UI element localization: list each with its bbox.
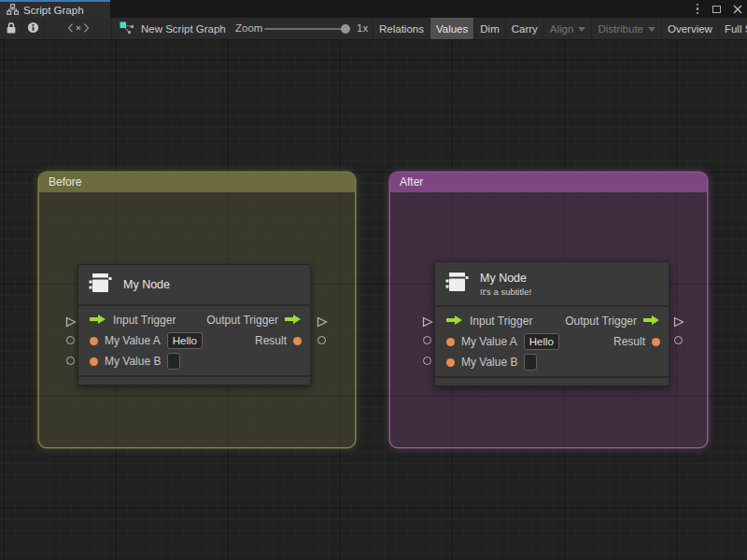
value-b-port-icon[interactable]	[90, 357, 98, 366]
relations-label: Relations	[379, 23, 424, 35]
value-a-input[interactable]: Hello	[524, 333, 559, 350]
zoom-value: 1x	[357, 18, 368, 39]
info-icon	[27, 21, 39, 35]
output-trigger-label: Output Trigger	[565, 315, 637, 328]
node-subtitle: It's a subtitle!	[480, 287, 531, 297]
values-label: Values	[436, 23, 468, 35]
script-graph-icon	[120, 21, 134, 36]
ext-output-trigger-port[interactable]	[673, 315, 684, 331]
value-b-label: My Value B	[105, 355, 161, 368]
ext-value-b-port[interactable]	[66, 357, 75, 365]
port-row-trigger: Input Trigger Output Trigger	[78, 310, 310, 330]
input-trigger-arrow-icon[interactable]	[90, 314, 106, 328]
value-b-port-icon[interactable]	[446, 358, 455, 367]
toolbar-button-overview[interactable]: Overview	[661, 18, 718, 39]
toolbar-button-fullscreen[interactable]: Full Screen	[718, 18, 747, 39]
output-trigger-label: Output Trigger	[206, 314, 278, 327]
dim-label: Dim	[480, 23, 499, 35]
toolbar-button-values[interactable]: Values	[430, 18, 473, 39]
graph-breadcrumb[interactable]: New Script Graph	[120, 18, 226, 39]
group-after-header[interactable]: After	[390, 173, 707, 192]
toolbar-button-align[interactable]: Align	[543, 18, 592, 39]
group-before-title: Before	[49, 175, 81, 189]
graph-toolbar: New Script Graph Zoom 1x Relations Value…	[0, 18, 747, 40]
node-header[interactable]: My Node	[78, 265, 310, 306]
ext-value-b-port[interactable]	[423, 357, 431, 365]
toolbar-button-distribute[interactable]: Distribute	[591, 18, 661, 39]
tab-bar: Script Graph	[0, 0, 747, 18]
toolbar-button-dim[interactable]: Dim	[473, 18, 504, 39]
toolbar-button-carry[interactable]: Carry	[505, 18, 543, 39]
node-title: My Node	[123, 278, 170, 291]
input-trigger-arrow-icon[interactable]	[446, 315, 463, 329]
result-port-icon[interactable]	[293, 337, 302, 345]
port-row-trigger: Input Trigger Output Trigger	[435, 311, 669, 331]
output-trigger-arrow-icon[interactable]	[285, 314, 302, 328]
port-row-value-a: My Value A Hello Result	[435, 331, 669, 352]
value-a-port-icon[interactable]	[446, 338, 455, 346]
output-trigger-arrow-icon[interactable]	[643, 315, 660, 329]
value-a-input[interactable]: Hello	[167, 332, 203, 349]
port-row-value-a: My Value A Hello Result	[78, 330, 310, 351]
ext-value-a-port[interactable]	[66, 336, 75, 344]
value-a-port-icon[interactable]	[90, 337, 98, 345]
unit-node-icon	[88, 271, 113, 299]
zoom-slider-track[interactable]	[264, 28, 345, 30]
carry-label: Carry	[512, 23, 538, 35]
ext-result-port[interactable]	[317, 336, 326, 344]
toolbar-button-relations[interactable]: Relations	[373, 18, 430, 39]
ext-input-trigger-port[interactable]	[65, 315, 77, 331]
ext-output-trigger-port[interactable]	[317, 315, 328, 331]
graph-canvas[interactable]: Before After	[0, 40, 747, 560]
result-label: Result	[613, 335, 645, 348]
window-controls	[695, 0, 743, 18]
lock-icon	[6, 21, 17, 36]
close-icon[interactable]	[733, 1, 742, 18]
distribute-label: Distribute	[598, 23, 643, 35]
result-label: Result	[255, 334, 287, 347]
node-body: Input Trigger Output Trigger My Value A …	[78, 306, 310, 375]
chevron-down-icon	[648, 27, 655, 32]
tab-title: Script Graph	[23, 5, 84, 16]
node-my-node-after[interactable]: My Node It's a subtitle! Input Trigger O…	[434, 261, 669, 386]
code-preview-button[interactable]	[45, 18, 112, 39]
info-button[interactable]	[22, 18, 45, 39]
overview-label: Overview	[668, 23, 712, 35]
value-b-label: My Value B	[461, 356, 517, 369]
input-trigger-label: Input Trigger	[470, 315, 532, 328]
zoom-slider-thumb[interactable]	[341, 24, 350, 34]
node-title: My Node	[480, 272, 531, 285]
input-trigger-label: Input Trigger	[113, 314, 176, 327]
code-brackets-icon	[67, 22, 90, 35]
window-menu-icon[interactable]	[695, 2, 701, 17]
port-row-value-b: My Value B	[435, 352, 669, 372]
ext-result-port[interactable]	[674, 336, 683, 344]
node-my-node-before[interactable]: My Node Input Trigger Output Trigger	[78, 264, 311, 385]
fullscreen-label: Full Screen	[725, 23, 747, 35]
tab-script-graph[interactable]: Script Graph	[0, 0, 110, 18]
value-b-input[interactable]	[167, 353, 180, 370]
lock-button[interactable]	[0, 18, 22, 39]
ext-value-a-port[interactable]	[423, 336, 431, 344]
result-port-icon[interactable]	[652, 338, 660, 346]
group-after-title: After	[400, 175, 423, 189]
value-a-label: My Value A	[461, 335, 517, 348]
ext-input-trigger-port[interactable]	[422, 315, 433, 331]
port-row-value-b: My Value B	[78, 351, 310, 371]
graph-hierarchy-icon	[7, 4, 19, 17]
toolbar-toggle-group: Relations Values Dim Carry Align Distrib…	[373, 18, 747, 39]
node-footer	[78, 375, 310, 385]
unit-node-icon	[444, 270, 470, 298]
align-label: Align	[550, 23, 574, 35]
zoom-label: Zoom	[235, 18, 262, 39]
chevron-down-icon	[578, 27, 585, 32]
node-header[interactable]: My Node It's a subtitle!	[435, 262, 669, 307]
value-b-input[interactable]	[524, 354, 537, 371]
value-a-label: My Value A	[105, 334, 161, 347]
node-body: Input Trigger Output Trigger My Value A …	[435, 307, 669, 376]
graph-name-label: New Script Graph	[141, 23, 226, 35]
node-footer	[435, 376, 669, 385]
maximize-icon[interactable]	[712, 6, 721, 13]
group-before-header[interactable]: Before	[39, 173, 355, 192]
